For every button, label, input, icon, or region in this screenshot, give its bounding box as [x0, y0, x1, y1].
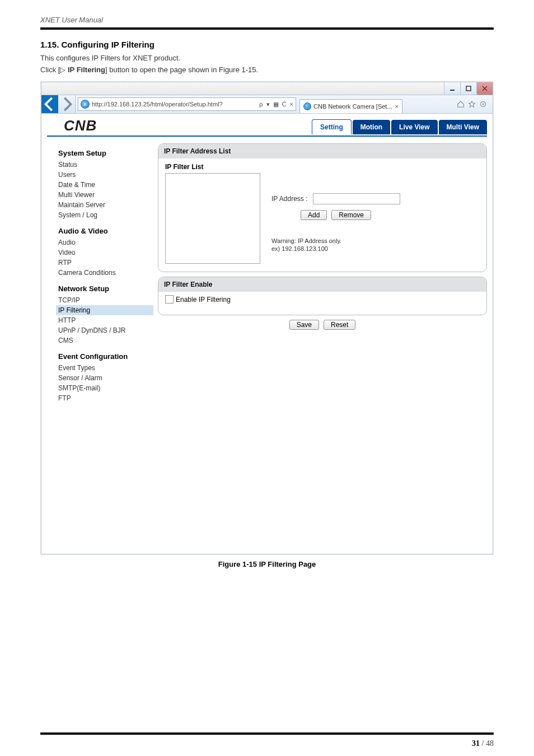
- home-icon[interactable]: [457, 100, 465, 108]
- click-prefix: Click [: [40, 66, 60, 74]
- top-rule: [40, 27, 494, 30]
- sidebar-item-video[interactable]: Video: [58, 248, 153, 258]
- remove-button[interactable]: Remove: [331, 210, 371, 220]
- tab-motion[interactable]: Motion: [353, 120, 390, 134]
- sidebar-item-upnp-dyndns-bjr[interactable]: UPnP / DynDNS / BJR: [58, 325, 153, 335]
- page-total: 48: [486, 739, 494, 748]
- click-bold: IP Filtering: [65, 66, 105, 74]
- toolbar-right-icons: [451, 95, 493, 113]
- minimize-icon: [449, 85, 456, 92]
- sidebar-item-sensor-alarm[interactable]: Sensor / Alarm: [58, 373, 153, 383]
- address-url: http://192.168.123.25/html/operator/Setu…: [92, 101, 223, 108]
- maximize-icon: [465, 85, 472, 92]
- arrow-left-icon: [41, 96, 58, 113]
- sidebar-heading-network: Network Setup: [58, 284, 153, 293]
- refresh-icon[interactable]: Ċ: [282, 101, 287, 108]
- window-titlebar: [41, 82, 493, 95]
- window-minimize-button[interactable]: [444, 82, 460, 95]
- tab-multi-view[interactable]: Multi View: [439, 120, 487, 134]
- page-sep: /: [480, 739, 486, 748]
- save-button[interactable]: Save: [289, 320, 319, 330]
- stop-icon[interactable]: ×: [290, 101, 293, 108]
- address-bar[interactable]: e http://192.168.123.25/html/operator/Se…: [78, 97, 296, 111]
- sidebar-item-smtp-email[interactable]: SMTP(E-mail): [58, 383, 153, 393]
- sidebar-item-event-types[interactable]: Event Types: [58, 363, 153, 373]
- ie-logo-icon: e: [81, 100, 90, 109]
- figure-caption: Figure 1-15 IP Filtering Page: [40, 560, 494, 568]
- dropdown-icon[interactable]: ▾: [266, 101, 270, 108]
- sidebar-item-users[interactable]: Users: [58, 170, 153, 180]
- add-button[interactable]: Add: [301, 210, 327, 220]
- svg-rect-0: [450, 90, 455, 91]
- browser-tabs: CNB Network Camera [Set... ×: [296, 95, 451, 113]
- panel-header-address-list: IP Filter Address List: [158, 144, 486, 158]
- sidebar-item-ip-filtering[interactable]: IP Filtering: [56, 305, 153, 315]
- sidebar-item-date-time[interactable]: Date & Time: [58, 180, 153, 190]
- ip-filter-address-list-panel: IP Filter Address List IP Filter List IP…: [158, 143, 487, 272]
- window-close-button[interactable]: [476, 82, 493, 95]
- ip-address-row: IP Address :: [271, 193, 480, 204]
- intro-text: This configures IP Filters for XNET prod…: [40, 54, 494, 62]
- sidebar-item-camera-conditions[interactable]: Camera Conditions: [58, 268, 153, 278]
- ip-address-input[interactable]: [313, 193, 400, 204]
- warning-line2: ex) 192.168.123.100: [271, 245, 480, 253]
- page-current: 31: [472, 739, 480, 748]
- sidebar-item-tcpip[interactable]: TCP/IP: [58, 295, 153, 305]
- page-number: 31 / 48: [472, 739, 494, 748]
- sidebar-item-http[interactable]: HTTP: [58, 315, 153, 325]
- sidebar-item-system-log[interactable]: System / Log: [58, 210, 153, 220]
- tab-setting[interactable]: Setting: [312, 119, 352, 134]
- main-area: IP Filter Address List IP Filter List IP…: [158, 142, 487, 403]
- nav-back-button[interactable]: [41, 95, 58, 113]
- triangle-icon: ▷: [60, 66, 65, 74]
- reset-button[interactable]: Reset: [324, 320, 355, 330]
- svg-point-3: [483, 104, 484, 105]
- ip-filter-enable-panel: IP Filter Enable Enable IP Filtering: [158, 277, 487, 315]
- browser-content: CNB Setting Motion Live View Multi View …: [41, 114, 493, 554]
- document-header: XNET User Manual: [40, 16, 494, 24]
- close-icon: [481, 85, 488, 92]
- enable-ip-filtering-label: Enable IP Filtering: [176, 296, 231, 304]
- enable-ip-filtering-checkbox[interactable]: [165, 295, 174, 304]
- window-maximize-button[interactable]: [460, 82, 476, 95]
- svg-rect-1: [466, 86, 471, 91]
- sidebar-item-cms[interactable]: CMS: [58, 335, 153, 346]
- tools-icon[interactable]: [479, 100, 487, 108]
- tab-favicon: [303, 102, 311, 110]
- search-icon[interactable]: ρ: [259, 101, 263, 108]
- nav-forward-button[interactable]: [58, 95, 76, 113]
- sidebar-item-audio[interactable]: Audio: [58, 237, 153, 248]
- main-tabs: Setting Motion Live View Multi View: [311, 118, 487, 134]
- sidebar-item-multi-viewer[interactable]: Multi Viewer: [58, 190, 153, 200]
- sidebar-item-maintain-server[interactable]: Maintain Server: [58, 200, 153, 210]
- panel-header-enable: IP Filter Enable: [158, 277, 486, 292]
- brand-logo: CNB: [64, 117, 97, 134]
- compat-icon[interactable]: ▦: [273, 101, 279, 108]
- sidebar-item-status[interactable]: Status: [58, 160, 153, 170]
- app-window: e http://192.168.123.25/html/operator/Se…: [41, 82, 493, 554]
- brand-area: CNB: [47, 117, 159, 134]
- click-suffix: ] button to open the page shown in Figur…: [105, 66, 258, 74]
- favorites-icon[interactable]: [468, 100, 476, 108]
- tab-close-button[interactable]: ×: [395, 103, 399, 110]
- browser-tab[interactable]: CNB Network Camera [Set... ×: [299, 99, 402, 113]
- warning-line1: Warning: IP Address only.: [271, 237, 480, 245]
- sidebar-heading-event: Event Configuration: [58, 352, 153, 361]
- tab-live-view[interactable]: Live View: [391, 120, 437, 134]
- browser-toolbar: e http://192.168.123.25/html/operator/Se…: [41, 95, 493, 114]
- arrow-right-icon: [58, 96, 75, 113]
- top-divider: [47, 136, 487, 137]
- sidebar: System Setup Status Users Date & Time Mu…: [47, 142, 153, 403]
- click-instruction: Click [▷ IP Filtering] button to open th…: [40, 66, 494, 74]
- tab-title: CNB Network Camera [Set...: [313, 103, 392, 110]
- sidebar-item-rtp[interactable]: RTP: [58, 258, 153, 268]
- ip-filter-list-title: IP Filter List: [165, 163, 480, 171]
- section-title: 1.15. Configuring IP Filtering: [40, 40, 494, 49]
- footer-rule: [40, 732, 494, 735]
- sidebar-heading-system: System Setup: [58, 149, 153, 157]
- ip-filter-listbox[interactable]: [165, 173, 260, 264]
- ip-address-label: IP Address :: [271, 195, 307, 203]
- sidebar-item-ftp[interactable]: FTP: [58, 393, 153, 403]
- sidebar-heading-audio-video: Audio & Video: [58, 227, 153, 235]
